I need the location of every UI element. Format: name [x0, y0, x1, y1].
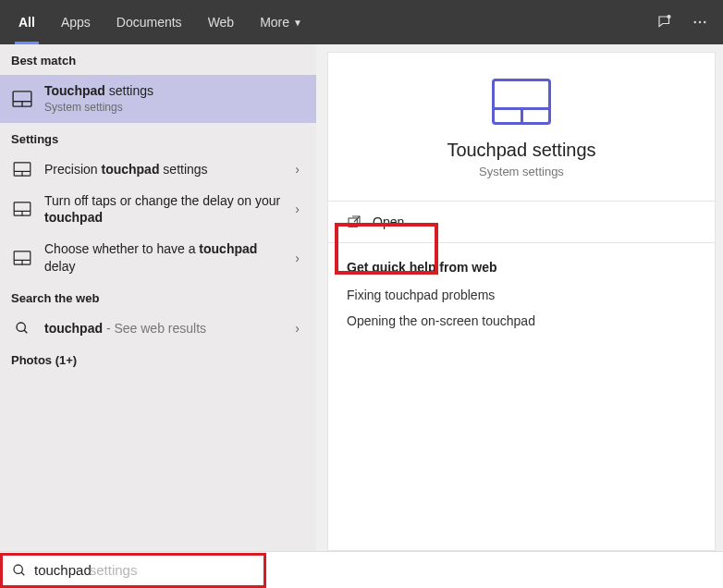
search-typed-text: touchpad: [34, 562, 92, 578]
svg-point-2: [699, 21, 701, 23]
tab-more-label: More: [260, 15, 289, 30]
best-match-text: Touchpad settings System settings: [44, 82, 305, 116]
t: delay: [44, 259, 75, 274]
t: touchpad: [44, 321, 103, 336]
detail-hero: Touchpad settings System settings: [328, 53, 715, 201]
help-link-0[interactable]: Fixing touchpad problems: [347, 288, 696, 302]
search-body: Best match Touchpad settings System sett…: [0, 44, 723, 551]
section-best-match: Best match: [0, 44, 316, 75]
t: touchpad: [44, 210, 103, 225]
detail-subtitle: System settings: [479, 165, 564, 178]
settings-result-2[interactable]: Choose whether to have a touchpad delay …: [0, 233, 316, 281]
settings-result-0[interactable]: Precision touchpad settings ›: [0, 153, 316, 185]
chevron-right-icon: ›: [295, 202, 305, 216]
tab-more[interactable]: More ▼: [247, 0, 315, 44]
section-photos: Photos (1+): [0, 344, 316, 374]
t: Precision: [44, 162, 101, 177]
t: Choose whether to have a: [44, 241, 199, 256]
search-tabbar: All Apps Documents Web More ▼: [0, 0, 723, 44]
search-bar: touchpad settings: [0, 551, 723, 588]
t: touchpad: [101, 162, 159, 177]
touchpad-icon: [11, 251, 33, 265]
svg-point-16: [17, 323, 25, 331]
best-match-title-bold: Touchpad: [44, 83, 105, 98]
tab-apps[interactable]: Apps: [48, 0, 104, 44]
web-result[interactable]: touchpad - See web results ›: [0, 312, 316, 344]
results-panel: Best match Touchpad settings System sett…: [0, 44, 316, 551]
svg-line-20: [21, 572, 24, 575]
touchpad-icon: [11, 202, 33, 216]
feedback-icon[interactable]: [647, 0, 682, 44]
touchpad-icon: [11, 91, 33, 107]
section-settings: Settings: [0, 123, 316, 153]
touchpad-icon: [11, 162, 33, 177]
t: Turn off taps or change the delay on you…: [44, 193, 280, 208]
more-options-icon[interactable]: [682, 0, 717, 44]
svg-point-3: [704, 21, 705, 23]
best-match-sub: System settings: [44, 101, 305, 116]
best-match-title-rest: settings: [105, 83, 153, 98]
tab-web[interactable]: Web: [195, 0, 248, 44]
settings-result-2-text: Choose whether to have a touchpad delay: [44, 240, 284, 274]
help-link-1[interactable]: Opening the on-screen touchpad: [347, 313, 696, 328]
chevron-right-icon: ›: [295, 321, 305, 336]
search-icon: [11, 321, 33, 336]
svg-point-1: [694, 21, 696, 23]
search-autocomplete-ghost: settings: [90, 562, 138, 578]
settings-result-0-text: Precision touchpad settings: [44, 161, 284, 178]
chevron-right-icon: ›: [295, 162, 305, 177]
t: - See web results: [103, 321, 206, 336]
annotation-highlight-searchbox: touchpad settings: [0, 553, 266, 588]
touchpad-large-icon: [492, 79, 551, 125]
annotation-highlight-open: [335, 223, 438, 275]
detail-title: Touchpad settings: [447, 140, 595, 161]
search-icon: [12, 563, 27, 578]
settings-result-1[interactable]: Turn off taps or change the delay on you…: [0, 185, 316, 233]
svg-point-19: [14, 565, 22, 573]
svg-point-0: [668, 16, 670, 18]
tab-documents[interactable]: Documents: [104, 0, 195, 44]
settings-result-1-text: Turn off taps or change the delay on you…: [44, 192, 284, 226]
chevron-right-icon: ›: [295, 251, 305, 265]
web-result-text: touchpad - See web results: [44, 320, 284, 337]
t: touchpad: [199, 241, 257, 256]
t: settings: [159, 162, 207, 177]
detail-panel: Touchpad settings System settings Open G…: [327, 52, 716, 551]
section-search-web: Search the web: [0, 282, 316, 312]
tab-all[interactable]: All: [6, 0, 48, 44]
best-match-result[interactable]: Touchpad settings System settings: [0, 75, 316, 123]
chevron-down-icon: ▼: [293, 18, 302, 28]
svg-line-17: [24, 330, 27, 333]
